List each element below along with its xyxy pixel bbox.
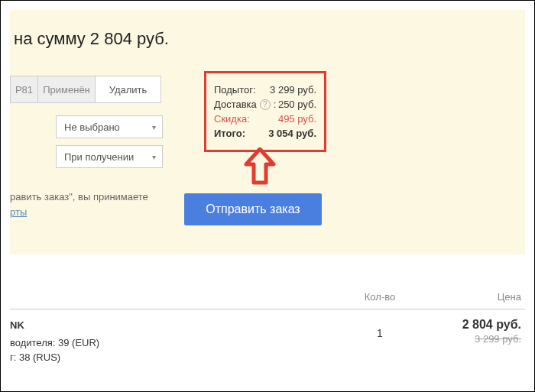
summary-shipping-row: Доставка ? : 250 руб. — [214, 99, 316, 110]
total-value: 3 054 руб. — [268, 128, 316, 139]
payment-select[interactable]: При получении ▾ — [56, 145, 163, 168]
promo-delete-button[interactable]: Удалить — [96, 76, 160, 102]
arrow-up-icon — [243, 147, 277, 187]
item-price-old: 3 299 руб. — [426, 333, 521, 345]
discount-value: 495 руб. — [278, 113, 316, 125]
payment-select-value: При получении — [64, 151, 134, 163]
item-name: NK — [10, 318, 334, 333]
promo-code-value: Р81 — [11, 76, 38, 102]
page-frame: на сумму 2 804 руб. Р81 Применён Удалить… — [0, 0, 535, 392]
item-qty: 1 — [334, 318, 426, 339]
total-label: Итого: — [214, 128, 245, 139]
shipping-label: Доставка ? : — [214, 99, 276, 110]
col-price-header: Цена — [426, 291, 525, 303]
col-product — [10, 291, 334, 303]
subtotal-label: Подытог: — [214, 84, 256, 96]
col-qty-header: Кол-во — [334, 291, 426, 303]
summary-discount-row: Скидка: 495 руб. — [214, 113, 316, 125]
terms-link[interactable]: рты — [10, 206, 27, 218]
chevron-down-icon: ▾ — [152, 153, 156, 161]
shipping-value: 250 руб. — [278, 99, 316, 110]
order-summary-box: Подытог: 3 299 руб. Доставка ? : 250 руб… — [204, 71, 326, 152]
summary-subtotal-row: Подытог: 3 299 руб. — [214, 84, 316, 96]
promo-code-row: Р81 Применён Удалить — [10, 76, 161, 103]
chevron-down-icon: ▾ — [152, 123, 156, 131]
order-total-title: на сумму 2 804 руб. — [14, 29, 169, 49]
item-spec-1: водителя: 39 (EUR) — [10, 335, 334, 351]
checkout-panel: на сумму 2 804 руб. Р81 Применён Удалить… — [10, 10, 525, 254]
item-price-current: 2 804 руб. — [426, 318, 521, 332]
item-price: 2 804 руб. 3 299 руб. — [426, 318, 525, 345]
cart-item-row: NK водителя: 39 (EUR) г: 38 (RUS) 1 2 80… — [10, 318, 525, 365]
delivery-select[interactable]: Не выбрано ▾ — [56, 115, 163, 138]
terms-line: равить заказ", вы принимаете — [10, 191, 148, 202]
item-info: NK водителя: 39 (EUR) г: 38 (RUS) — [10, 318, 334, 365]
terms-text: равить заказ", вы принимаете рты — [10, 190, 148, 219]
submit-order-button[interactable]: Отправить заказ — [184, 193, 322, 225]
cart-table-header: Кол-во Цена — [10, 291, 525, 309]
delivery-select-value: Не выбрано — [64, 121, 120, 133]
help-icon[interactable]: ? — [260, 99, 271, 110]
subtotal-value: 3 299 руб. — [270, 84, 316, 96]
discount-label: Скидка: — [214, 113, 250, 125]
summary-total-row: Итого: 3 054 руб. — [214, 128, 316, 139]
promo-applied-status: Применён — [38, 76, 96, 102]
item-spec-2: г: 38 (RUS) — [10, 350, 334, 365]
